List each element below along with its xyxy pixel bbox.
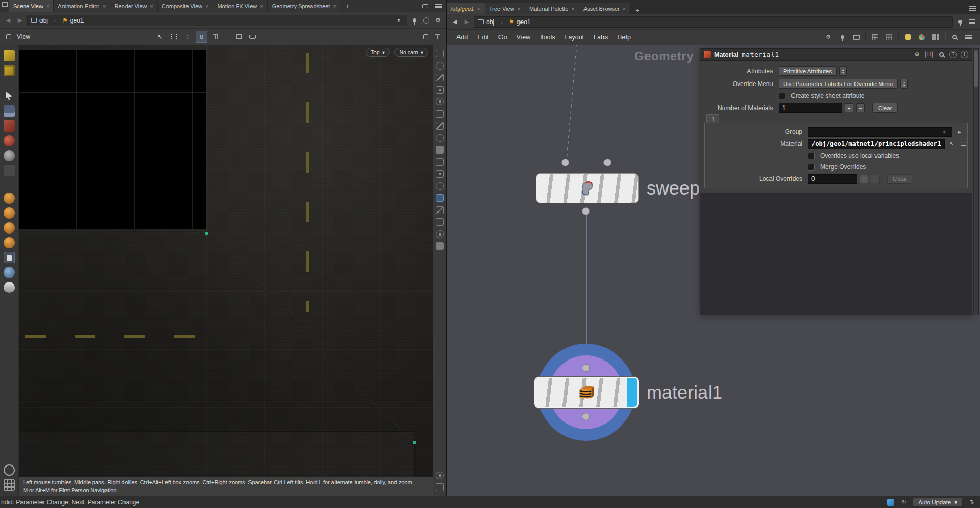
pane-split-icon[interactable] — [421, 2, 430, 11]
monitor-icon[interactable] — [851, 33, 861, 42]
snap-options-icon[interactable] — [436, 170, 444, 178]
shelf-geometry-icon[interactable] — [4, 65, 15, 76]
multiparm-instance-tab[interactable]: 1 — [706, 114, 719, 123]
scene-path-field[interactable]: obj › ⚑ geo1 ▾ — [27, 15, 407, 26]
forward-icon[interactable]: ▶ — [462, 17, 471, 27]
network-path-field[interactable]: obj › ⚑ geo1 — [474, 16, 953, 28]
tab-geometry-spreadsheet[interactable]: Geometry Spreadsheet × — [268, 0, 341, 12]
single-pane-icon[interactable] — [421, 32, 430, 41]
menu-edit[interactable]: Edit — [473, 32, 493, 43]
camera-view-icon[interactable] — [247, 31, 259, 43]
menu-help[interactable]: Help — [613, 32, 635, 43]
scene-viewport[interactable]: Top ▾ No cam ▾ Left mouse tumbles. Middl… — [19, 45, 433, 496]
visualizer-icon[interactable] — [436, 98, 444, 105]
display-options-icon[interactable] — [436, 110, 444, 118]
close-icon[interactable]: × — [572, 6, 575, 11]
gear-icon[interactable]: ⚙ — [912, 50, 922, 59]
info-icon[interactable]: i — [961, 51, 968, 58]
clear-materials-button[interactable]: Clear — [872, 103, 898, 113]
tab-animation-editor[interactable]: Animation Editor × — [54, 0, 110, 12]
shade-mode-icon[interactable] — [436, 146, 444, 154]
options-icon[interactable] — [436, 483, 444, 491]
breadcrumb-geo1[interactable]: geo1 — [70, 17, 84, 24]
pose-tool-icon[interactable] — [4, 193, 15, 204]
character-pick-icon[interactable] — [436, 134, 444, 142]
shelf-objects-icon[interactable] — [4, 50, 15, 61]
forward-icon[interactable]: ▶ — [15, 16, 25, 25]
material-path-field[interactable]: /obj/geo1/matnet1/principledshader1 — [808, 139, 945, 149]
pane-tear-icon[interactable] — [433, 32, 442, 41]
remove-override-button[interactable]: − — [871, 175, 880, 183]
close-icon[interactable]: × — [623, 6, 626, 11]
number-of-materials-field[interactable]: 1 — [779, 103, 842, 113]
menu-go[interactable]: Go — [494, 32, 512, 43]
fluid-tool-icon[interactable] — [4, 282, 15, 293]
select-node-icon[interactable]: ↖ — [947, 139, 956, 149]
menu-labs[interactable]: Labs — [589, 32, 612, 43]
close-icon[interactable]: × — [150, 4, 153, 9]
color-palette-icon[interactable] — [917, 33, 926, 42]
cook-icon[interactable]: ↻ — [899, 498, 908, 507]
select-mode-icon[interactable]: ↖ — [154, 31, 166, 43]
material-accent-flag[interactable] — [627, 378, 637, 407]
image-plane-icon[interactable] — [436, 218, 444, 226]
sweep-input-connector-2[interactable] — [603, 159, 611, 166]
hand-tool-icon[interactable] — [4, 252, 15, 263]
new-pane-tab-button[interactable]: + — [341, 0, 355, 12]
select-tool-icon[interactable] — [4, 91, 15, 102]
reselect-geometry-icon[interactable]: ▸ — [955, 127, 964, 136]
group-field[interactable]: ▾ — [808, 127, 952, 137]
node-name-field[interactable]: material1 — [742, 51, 779, 58]
group-menu-icon[interactable]: ▾ — [940, 127, 949, 136]
grid-view-icon[interactable] — [870, 33, 880, 42]
sweep-input-connector-1[interactable] — [561, 159, 569, 166]
search-icon[interactable] — [950, 33, 959, 42]
paint-tool-icon[interactable] — [4, 120, 15, 132]
grid-snap-icon[interactable] — [210, 31, 221, 43]
wrench-icon[interactable]: ⚙ — [824, 33, 833, 42]
merge-overrides-checkbox[interactable] — [808, 164, 815, 171]
lock-camera-icon[interactable] — [436, 74, 444, 81]
pin-icon[interactable] — [955, 17, 965, 27]
tab-obj-geo1[interactable]: /obj/geo1 × — [447, 3, 485, 14]
menu-view[interactable]: View — [512, 32, 535, 43]
breadcrumb-obj[interactable]: obj — [486, 18, 494, 26]
muscle-tool-icon[interactable] — [4, 222, 15, 234]
clear-overrides-button[interactable]: Clear — [887, 174, 912, 184]
table-view-icon[interactable] — [884, 33, 893, 42]
background-icon[interactable] — [436, 242, 444, 250]
sweep-output-connector[interactable] — [582, 207, 590, 215]
terrain-tool-icon[interactable] — [4, 267, 15, 278]
view-mode-icon[interactable] — [436, 194, 444, 202]
overrides-local-vars-checkbox[interactable] — [808, 153, 815, 159]
node-material1[interactable] — [534, 377, 639, 408]
secure-selection-icon[interactable] — [4, 105, 15, 117]
tab-scene-view[interactable]: Scene View × — [9, 0, 54, 12]
tab-motion-fx-view[interactable]: Motion FX View × — [213, 0, 267, 12]
camera-pill[interactable]: No cam ▾ — [394, 48, 428, 57]
add-material-button[interactable]: + — [845, 103, 853, 112]
pin-icon[interactable] — [410, 16, 419, 25]
wireframe-icon[interactable] — [436, 158, 444, 166]
parameter-scrollbar[interactable] — [973, 48, 979, 315]
ruler-icon[interactable] — [436, 122, 444, 130]
pane-menu-icon[interactable] — [967, 17, 976, 27]
lasso-select-icon[interactable]: ◌ — [182, 31, 194, 43]
material-input-connector[interactable] — [582, 364, 590, 372]
add-override-button[interactable]: + — [860, 175, 868, 183]
node-chooser-icon[interactable] — [959, 139, 968, 149]
sticky-note-icon[interactable] — [903, 33, 912, 42]
network-canvas[interactable]: Geometry sweep — [447, 45, 980, 496]
parameter-panel-header[interactable]: Material material1 ⚙ H ? i — [700, 48, 972, 61]
menu-add[interactable]: Add — [452, 32, 472, 43]
pane-menu-icon[interactable] — [434, 2, 443, 11]
auto-update-button[interactable]: Auto Update ▾ — [913, 498, 963, 507]
local-overrides-field[interactable]: 0 — [808, 174, 857, 184]
help-icon[interactable]: ? — [949, 51, 957, 58]
menu-tools[interactable]: Tools — [535, 32, 559, 43]
close-icon[interactable]: × — [102, 4, 106, 9]
node-sweep[interactable] — [536, 173, 639, 203]
desktop-icon[interactable] — [0, 0, 9, 9]
close-icon[interactable]: × — [46, 4, 49, 9]
override-menu-dropdown[interactable]: Use Parameter Labels For Override Menu — [779, 79, 898, 89]
